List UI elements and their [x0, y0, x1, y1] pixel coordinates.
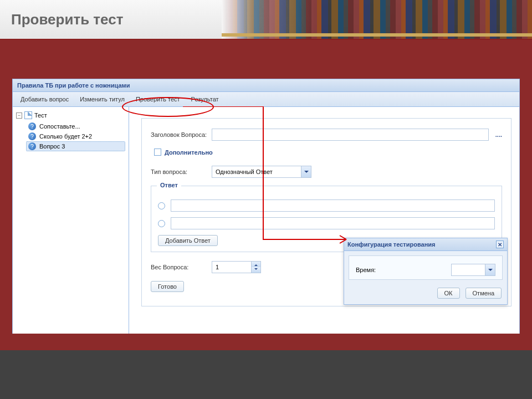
- cancel-button[interactable]: Отмена: [466, 288, 502, 299]
- tree-item-0[interactable]: ? Сопоставьте...: [26, 121, 125, 131]
- chevron-down-icon[interactable]: [301, 166, 311, 177]
- extra-checkbox[interactable]: [154, 149, 161, 156]
- app-body: − Тест ? Сопоставьте... ? Сколько будет …: [13, 107, 519, 334]
- answers-legend: Ответ: [157, 182, 181, 188]
- answer-row-0: [158, 200, 495, 212]
- tree-children: ? Сопоставьте... ? Сколько будет 2+2 ? В…: [26, 121, 125, 151]
- question-form: Заголовок Вопроса: .... Дополнительно Ти…: [141, 118, 511, 306]
- weight-label: Вес Вопроса:: [151, 264, 212, 270]
- library-art-icon: [222, 0, 532, 40]
- time-input[interactable]: [452, 264, 485, 275]
- tree-item-2[interactable]: ? Вопрос 3: [26, 141, 125, 151]
- chevron-down-icon[interactable]: [485, 264, 495, 275]
- answer-input-0[interactable]: [171, 200, 495, 212]
- toolbar-change-title[interactable]: Изменить титул: [75, 94, 129, 104]
- chevron-up-icon[interactable]: [252, 262, 260, 267]
- question-title-input[interactable]: [212, 129, 489, 141]
- answer-radio-1[interactable]: [158, 220, 165, 227]
- tree-item-1[interactable]: ? Сколько будет 2+2: [26, 131, 125, 141]
- slide-header: Проверить тест: [0, 0, 532, 40]
- question-type-combo[interactable]: [212, 166, 311, 178]
- ok-button[interactable]: ОК: [437, 288, 460, 299]
- page-title: Проверить тест: [11, 11, 123, 28]
- title-expand-button[interactable]: ....: [489, 131, 502, 138]
- weight-spinner[interactable]: [212, 261, 261, 273]
- tree-item-label: Сопоставьте...: [39, 123, 80, 130]
- tree-root-label: Тест: [34, 112, 47, 119]
- modal-title-text: Конфигурация тестирования: [347, 241, 435, 248]
- tree-root[interactable]: − Тест: [16, 110, 125, 120]
- document-icon: [24, 111, 32, 119]
- time-label: Время:: [356, 267, 376, 273]
- answer-radio-0[interactable]: [158, 202, 165, 209]
- answer-input-1[interactable]: [171, 217, 495, 229]
- tree-item-label: Сколько будет 2+2: [39, 133, 92, 140]
- weight-spin-buttons[interactable]: [251, 262, 260, 273]
- add-answer-button[interactable]: Добавить Ответ: [158, 235, 218, 246]
- tree-collapse-icon[interactable]: −: [16, 112, 22, 119]
- question-icon: ?: [28, 122, 36, 130]
- question-type-input[interactable]: [212, 166, 301, 177]
- row-question-title: Заголовок Вопроса: ....: [151, 129, 502, 141]
- modal-titlebar[interactable]: Конфигурация тестирования ✕: [344, 238, 507, 251]
- app-toolbar: Добавить вопрос Изменить титул Проверить…: [13, 92, 519, 107]
- question-form-panel: Заголовок Вопроса: .... Дополнительно Ти…: [129, 107, 519, 334]
- toolbar-check-test[interactable]: Проверить тест: [131, 94, 185, 104]
- row-question-type: Тип вопроса:: [151, 166, 502, 178]
- done-button[interactable]: Готово: [151, 281, 184, 292]
- test-config-modal: Конфигурация тестирования ✕ Время: ОК От…: [344, 238, 508, 305]
- app-window-title: Правила ТБ при работе с ножницами: [13, 79, 519, 92]
- question-icon: ?: [28, 142, 36, 150]
- modal-footer: ОК Отмена: [344, 284, 507, 304]
- toolbar-add-question[interactable]: Добавить вопрос: [16, 94, 73, 104]
- extra-checkbox-label: Дополнительно: [165, 149, 213, 156]
- toolbar-result[interactable]: Результат: [187, 94, 223, 104]
- chevron-down-icon[interactable]: [252, 267, 260, 273]
- time-combo[interactable]: [451, 264, 495, 276]
- tree-item-label: Вопрос 3: [39, 143, 65, 150]
- weight-input[interactable]: [212, 262, 251, 273]
- question-icon: ?: [28, 132, 36, 140]
- row-extra: Дополнительно: [154, 149, 502, 156]
- question-type-label: Тип вопроса:: [151, 168, 212, 175]
- app-window: Правила ТБ при работе с ножницами Добави…: [12, 79, 520, 334]
- question-tree: − Тест ? Сопоставьте... ? Сколько будет …: [13, 107, 129, 334]
- modal-body: Время:: [349, 255, 503, 280]
- close-icon[interactable]: ✕: [496, 241, 504, 248]
- question-title-label: Заголовок Вопроса:: [151, 131, 212, 138]
- answer-row-1: [158, 217, 495, 229]
